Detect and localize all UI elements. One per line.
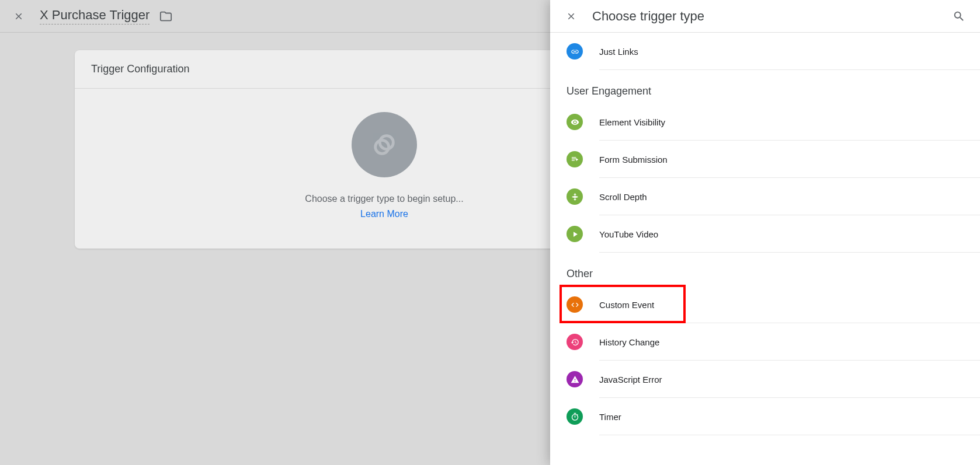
trigger-type-timer[interactable]: Timer <box>567 398 964 435</box>
section-user-engagement: User Engagement <box>567 70 964 103</box>
trigger-label: Element Visibility <box>599 117 665 127</box>
panel-header: Choose trigger type <box>550 0 980 33</box>
form-icon <box>567 151 583 167</box>
trigger-type-history-change[interactable]: History Change <box>567 323 964 361</box>
close-panel-button[interactable] <box>564 9 578 23</box>
warning-icon <box>567 371 583 387</box>
history-icon <box>567 334 583 350</box>
trigger-label: Form Submission <box>599 155 668 165</box>
panel-list: Just Links User Engagement Element Visib… <box>550 33 980 465</box>
search-button[interactable] <box>952 9 966 23</box>
trigger-type-youtube-video[interactable]: YouTube Video <box>567 215 964 253</box>
trigger-label: Custom Event <box>599 300 654 310</box>
folder-icon[interactable] <box>159 9 173 23</box>
choose-trigger-panel: Choose trigger type Just Links User Enga… <box>550 0 980 465</box>
trigger-label: Timer <box>599 412 621 422</box>
trigger-type-just-links[interactable]: Just Links <box>567 33 964 70</box>
scroll-icon <box>567 188 583 205</box>
trigger-label: Scroll Depth <box>599 192 647 202</box>
panel-title: Choose trigger type <box>592 9 952 24</box>
learn-more-link[interactable]: Learn More <box>360 209 408 219</box>
trigger-label: YouTube Video <box>599 229 658 239</box>
timer-icon <box>567 408 583 425</box>
section-other: Other <box>567 253 964 286</box>
link-icon <box>567 43 583 60</box>
code-icon <box>567 296 583 313</box>
trigger-type-form-submission[interactable]: Form Submission <box>567 141 964 178</box>
eye-icon <box>567 114 583 130</box>
play-icon <box>567 226 583 242</box>
trigger-type-scroll-depth[interactable]: Scroll Depth <box>567 178 964 215</box>
trigger-type-element-visibility[interactable]: Element Visibility <box>567 103 964 141</box>
placeholder-icon <box>352 112 417 177</box>
trigger-type-custom-event[interactable]: Custom Event <box>567 286 964 323</box>
placeholder-text: Choose a trigger type to begin setup... <box>305 194 463 204</box>
trigger-label: Just Links <box>599 47 638 57</box>
trigger-label: JavaScript Error <box>599 375 662 384</box>
trigger-name-input[interactable]: X Purchase Trigger <box>40 8 150 25</box>
trigger-label: History Change <box>599 337 659 347</box>
close-editor-button[interactable] <box>12 9 26 23</box>
trigger-type-javascript-error[interactable]: JavaScript Error <box>567 361 964 398</box>
